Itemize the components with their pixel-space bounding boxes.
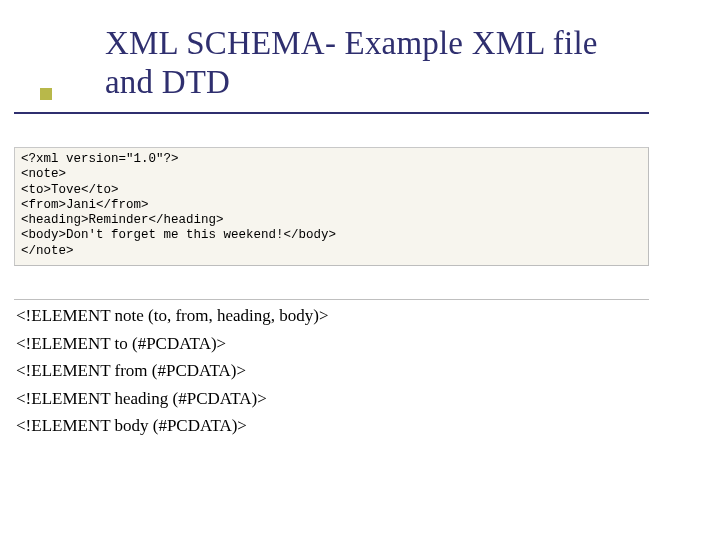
code-line: <to>Tove</to> <box>21 183 642 198</box>
code-line: <heading>Reminder</heading> <box>21 213 642 228</box>
title-line-2: and DTD <box>105 63 665 102</box>
dtd-line: <!ELEMENT body (#PCDATA)> <box>14 412 649 440</box>
code-line: <from>Jani</from> <box>21 198 642 213</box>
slide-title: XML SCHEMA- Example XML file and DTD <box>105 24 665 102</box>
dtd-line: <!ELEMENT from (#PCDATA)> <box>14 357 649 385</box>
code-line: <body>Don't forget me this weekend!</bod… <box>21 228 642 243</box>
code-line: <note> <box>21 167 642 182</box>
dtd-box: <!ELEMENT note (to, from, heading, body)… <box>14 299 649 440</box>
code-line: <?xml version="1.0"?> <box>21 152 642 167</box>
dtd-line: <!ELEMENT to (#PCDATA)> <box>14 330 649 358</box>
code-line: </note> <box>21 244 642 259</box>
title-line-1: XML SCHEMA- Example XML file <box>105 24 665 63</box>
dtd-line: <!ELEMENT heading (#PCDATA)> <box>14 385 649 413</box>
title-underline <box>14 112 649 114</box>
xml-example-box: <?xml version="1.0"?> <note> <to>Tove</t… <box>14 147 649 266</box>
square-bullet-icon <box>40 88 52 100</box>
dtd-line: <!ELEMENT note (to, from, heading, body)… <box>14 302 649 330</box>
slide: XML SCHEMA- Example XML file and DTD <?x… <box>0 0 720 540</box>
